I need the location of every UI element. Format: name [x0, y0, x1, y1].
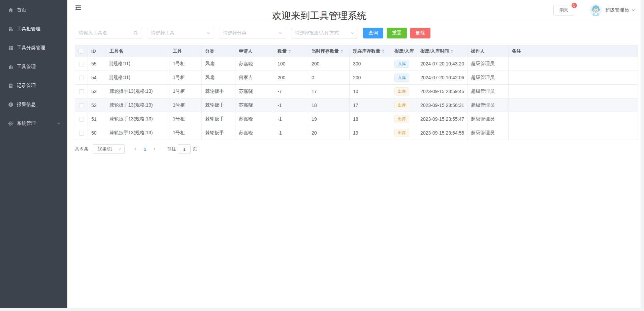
table-row: 52 棘轮扳手13(规格:13) 1号柜 棘轮扳手 苏嘉晓 -1 18 17 出… [75, 98, 638, 112]
page-title: 欢迎来到工具管理系统 [272, 9, 366, 22]
sidebar-collapse-icon[interactable] [75, 5, 82, 11]
vertical-scrollbar[interactable] [641, 0, 644, 311]
col-stock-then-sortable[interactable]: 当时库存数量 [308, 46, 350, 57]
row-checkbox[interactable] [79, 89, 84, 94]
sort-caret-icon[interactable] [451, 50, 453, 53]
cell-tool-name: jj(规格:11) [106, 57, 169, 71]
cell-quantity: -7 [274, 85, 308, 98]
filter-bar: 请输入工具名 请选择工具 请选择分类 请选择报废/入库方式 [75, 28, 638, 38]
cell-category: 棘轮扳手 [202, 98, 235, 112]
sidebar-item-tool-cabinet[interactable]: 工具柜管理 [0, 20, 67, 38]
cell-stock-now: 300 [350, 57, 391, 71]
page-number-current[interactable]: 1 [140, 147, 150, 152]
col-quantity-sortable[interactable]: 数量 [274, 46, 308, 57]
home-icon [8, 7, 13, 13]
select-all-header [75, 46, 88, 57]
col-mode: 报废/入库 [391, 46, 417, 57]
category-select-placeholder: 请选择分类 [223, 30, 278, 36]
category-select[interactable]: 请选择分类 [219, 28, 286, 38]
col-stock-now-sortable[interactable]: 现在库存数量 [350, 46, 391, 57]
cell-stock-then: 0 [308, 71, 350, 85]
cell-tool-name: 棘轮扳手13(规格:13) [106, 85, 169, 98]
row-checkbox[interactable] [79, 131, 84, 136]
horizontal-scrollbar[interactable] [0, 308, 644, 311]
sidebar-menu: 首页 工具柜管理 工具分类管理 工具管理 记录管理 [0, 0, 67, 133]
table-row: 51 棘轮扳手13(规格:13) 1号柜 棘轮扳手 苏嘉晓 -1 19 18 出… [75, 112, 638, 126]
cell-applicant: 苏嘉晓 [235, 98, 274, 112]
cell-stock-now: 10 [350, 85, 391, 98]
table-row: 53 棘轮扳手13(规格:13) 1号柜 棘轮扳手 苏嘉晓 -7 17 10 出… [75, 85, 638, 98]
cell-cabinet: 1号柜 [169, 126, 202, 140]
messages-button[interactable]: 消息 5 [553, 5, 574, 16]
messages-button-label: 消息 [559, 7, 568, 13]
sidebar-item-label: 工具分类管理 [17, 45, 45, 51]
cell-stock-then: 17 [308, 85, 350, 98]
select-all-checkbox[interactable] [78, 49, 83, 54]
chevron-down-icon [631, 8, 635, 12]
next-page-icon[interactable] [150, 144, 159, 154]
cell-category: 棘轮扳手 [202, 112, 235, 126]
mode-tag: 入库 [394, 60, 409, 68]
col-category: 分类 [202, 46, 235, 57]
table-row: 50 棘轮扳手13(规格:13) 1号柜 棘轮扳手 苏嘉晓 -1 20 19 出… [75, 126, 638, 140]
gear-icon [8, 121, 13, 126]
tool-select[interactable]: 请选择工具 [147, 28, 214, 38]
sidebar-item-record-management[interactable]: 记录管理 [0, 76, 67, 95]
cell-cabinet: 1号柜 [169, 85, 202, 98]
row-checkbox[interactable] [79, 76, 84, 80]
sidebar-item-alarm-info[interactable]: 报警信息 [0, 95, 67, 114]
cell-quantity: 200 [274, 71, 308, 85]
prev-page-icon[interactable] [131, 144, 140, 154]
sidebar-item-label: 记录管理 [17, 83, 36, 89]
cell-operator: 超级管理员 [468, 98, 509, 112]
row-checkbox[interactable] [79, 117, 84, 122]
user-dropdown[interactable]: 超级管理员 [590, 4, 635, 16]
cell-category: 棘轮扳手 [202, 85, 235, 98]
cell-time: 2023-09-15 23:55:47 [417, 112, 468, 126]
col-time-sortable[interactable]: 报废/入库时间 [417, 46, 468, 57]
cell-applicant: 苏嘉晓 [235, 57, 274, 71]
col-applicant: 申请人 [235, 46, 274, 57]
records-table: ID 工具名 工具 分类 申请人 数量 当时库存数量 现在库存数量 报废/入库 … [75, 45, 638, 140]
goto-page-input[interactable] [178, 144, 191, 154]
mode-select[interactable]: 请选择报废/入库方式 [291, 28, 358, 38]
mode-tag: 出库 [394, 129, 409, 137]
sort-caret-icon[interactable] [382, 50, 385, 53]
sidebar-item-system-management[interactable]: 系统管理 [0, 114, 67, 133]
sort-caret-icon[interactable] [341, 50, 343, 53]
sidebar-item-tool-management[interactable]: 工具管理 [0, 57, 67, 76]
cell-stock-then: 200 [308, 57, 350, 71]
search-button[interactable]: 查询 [363, 28, 383, 38]
cell-operator: 超级管理员 [468, 85, 509, 98]
row-checkbox[interactable] [79, 103, 84, 108]
sidebar-item-home[interactable]: 首页 [0, 1, 67, 20]
row-checkbox[interactable] [79, 62, 84, 66]
username: 超级管理员 [605, 7, 629, 13]
chevron-down-icon [350, 31, 354, 35]
mode-tag: 出库 [394, 115, 409, 123]
delete-button[interactable]: 删除 [410, 28, 430, 38]
cell-remark [509, 98, 638, 112]
page-size-select[interactable]: 10条/页 [93, 144, 125, 154]
pagination: 共 6 条 10条/页 1 前往 页 [75, 144, 638, 154]
content: 请输入工具名 请选择工具 请选择分类 请选择报废/入库方式 [67, 20, 644, 154]
cell-quantity: -1 [274, 126, 308, 140]
tool-name-placeholder: 请输入工具名 [79, 30, 133, 36]
chevron-down-icon [118, 147, 122, 152]
topbar: 欢迎来到工具管理系统 消息 5 [67, 0, 644, 20]
sidebar: 首页 工具柜管理 工具分类管理 工具管理 记录管理 [0, 0, 67, 311]
col-operator: 操作人 [468, 46, 509, 57]
cell-cabinet: 1号柜 [169, 112, 202, 126]
cell-remark [509, 71, 638, 85]
sort-caret-icon[interactable] [288, 50, 291, 53]
cell-applicant: 苏嘉晓 [235, 126, 274, 140]
avatar [590, 4, 602, 16]
mode-select-placeholder: 请选择报废/入库方式 [295, 30, 350, 36]
sidebar-item-tool-category[interactable]: 工具分类管理 [0, 38, 67, 57]
alert-circle-icon [8, 102, 13, 107]
reset-button[interactable]: 重置 [387, 28, 407, 38]
pagination-total: 共 6 条 [75, 146, 88, 152]
tool-name-input[interactable]: 请输入工具名 [75, 28, 142, 38]
cell-category: 风扇 [202, 71, 235, 85]
cell-tool-name: 棘轮扳手13(规格:13) [106, 98, 169, 112]
